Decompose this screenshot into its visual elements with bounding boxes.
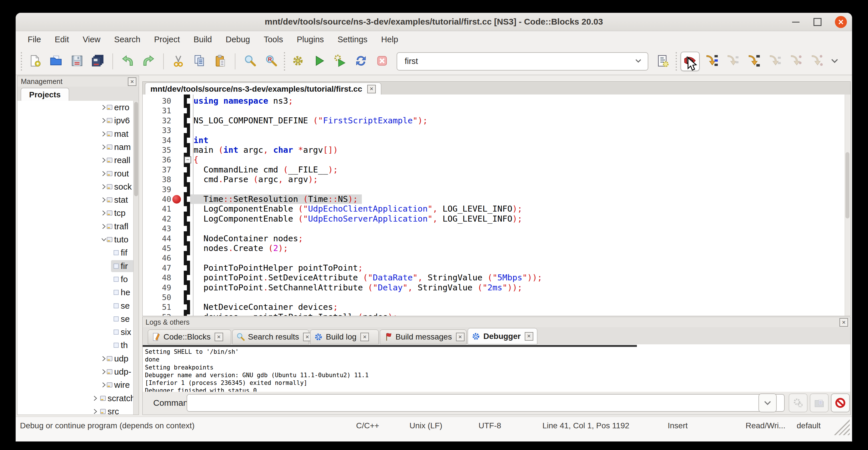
project-tree[interactable]: erroipv6matnamreallroutsockstattcptraflt… <box>18 101 134 415</box>
chevron-right-icon[interactable] <box>92 408 99 415</box>
code-line-44[interactable]: 44 NodeContainer nodes; <box>143 234 845 244</box>
debugger-folder-button[interactable] <box>810 393 829 412</box>
tree-item-udp-[interactable]: udp- <box>18 365 134 378</box>
tree-scrollbar[interactable] <box>133 101 139 415</box>
editor-scrollbar[interactable] <box>845 94 850 316</box>
code-line-30[interactable]: 30using namespace ns3; <box>143 96 845 106</box>
log-tab-close-icon[interactable]: ✕ <box>215 333 223 341</box>
tree-item-sock[interactable]: sock <box>18 180 134 193</box>
debug-continue-button[interactable] <box>681 52 700 71</box>
copy-button[interactable] <box>190 52 209 70</box>
tree-item-se[interactable]: se <box>18 312 134 326</box>
tree-item-six[interactable]: six <box>18 326 134 339</box>
debugger-output[interactable]: Setting SHELL to '/bin/sh'doneSetting br… <box>143 344 850 392</box>
log-tab-build-log[interactable]: Build log✕ <box>310 330 379 344</box>
tree-item-reall[interactable]: reall <box>18 154 134 167</box>
build-and-run-button[interactable] <box>331 52 349 70</box>
toolbar-overflow-button[interactable] <box>828 54 842 68</box>
line-number[interactable]: 39 <box>143 185 171 194</box>
step-into-button[interactable] <box>745 52 763 70</box>
line-number[interactable]: 45 <box>143 244 171 253</box>
tree-item-wire[interactable]: wire <box>18 378 134 391</box>
compiler-options-button[interactable] <box>654 52 672 70</box>
menu-search[interactable]: Search <box>107 33 147 46</box>
code-line-42[interactable]: 42 LogComponentEnable ("UdpEchoServerApp… <box>143 214 845 224</box>
menu-file[interactable]: File <box>21 33 48 46</box>
tree-item-mat[interactable]: mat <box>18 127 134 141</box>
code-line-33[interactable]: 33 <box>143 125 845 136</box>
code-line-32[interactable]: 32NS_LOG_COMPONENT_DEFINE ("FirstScriptE… <box>143 116 845 126</box>
save-all-button[interactable] <box>89 52 107 70</box>
menu-help[interactable]: Help <box>374 33 405 46</box>
code-line-52[interactable]: 52 devices = pointToPoint.Install (nodes… <box>143 312 845 316</box>
code-line-41[interactable]: 41 LogComponentEnable ("UdpEchoClientApp… <box>143 204 845 214</box>
log-tab-code-blocks[interactable]: Code::Blocks✕ <box>148 330 231 344</box>
logs-close-icon[interactable]: ✕ <box>839 318 848 327</box>
abort-button[interactable] <box>373 52 391 70</box>
replace-button[interactable]: R <box>262 52 280 70</box>
line-number[interactable]: 40 <box>143 195 171 204</box>
tree-item-th[interactable]: th <box>18 339 134 352</box>
tree-item-ipv6[interactable]: ipv6 <box>18 114 134 127</box>
code-line-48[interactable]: 48 pointToPoint.SetDeviceAttribute ("Dat… <box>143 273 845 283</box>
line-number[interactable]: 32 <box>143 116 171 125</box>
tree-item-rout[interactable]: rout <box>18 167 134 180</box>
run-to-cursor-button[interactable] <box>703 52 721 70</box>
minimize-button[interactable] <box>790 16 802 28</box>
editor-scrollbar-thumb[interactable] <box>845 152 849 219</box>
command-input[interactable] <box>187 394 785 412</box>
line-number[interactable]: 51 <box>143 303 171 311</box>
logs-header[interactable]: Logs & others ✕ <box>143 317 850 328</box>
title-bar[interactable]: mnt/dev/tools/source/ns-3-dev/examples/t… <box>16 13 852 31</box>
code-line-46[interactable]: 46 <box>143 253 845 263</box>
line-number[interactable]: 37 <box>143 165 171 174</box>
log-tab-close-icon[interactable]: ✕ <box>456 333 465 341</box>
build-button[interactable] <box>289 52 307 70</box>
maximize-button[interactable] <box>811 16 824 28</box>
tree-item-src[interactable]: src <box>18 405 134 415</box>
run-button[interactable] <box>310 52 328 70</box>
tree-item-erro[interactable]: erro <box>18 101 134 114</box>
redo-button[interactable] <box>140 52 158 70</box>
tree-item-fo[interactable]: fo <box>18 273 134 286</box>
code-line-36[interactable]: 36−{ <box>143 155 845 165</box>
tree-item-fif[interactable]: fif <box>18 246 134 259</box>
code-line-39[interactable]: 39 <box>143 184 845 194</box>
log-tab-search-results[interactable]: Search results✕ <box>232 330 309 344</box>
code-line-49[interactable]: 49 pointToPoint.SetChannelAttribute ("De… <box>143 283 845 293</box>
log-tab-close-icon[interactable]: ✕ <box>525 332 533 341</box>
code-line-43[interactable]: 43 <box>143 223 845 234</box>
code-line-51[interactable]: 51 NetDeviceContainer devices; <box>143 302 845 312</box>
line-number[interactable]: 52 <box>143 313 171 316</box>
line-number[interactable]: 34 <box>143 136 171 145</box>
management-close-icon[interactable]: ✕ <box>128 78 136 86</box>
undo-button[interactable] <box>118 52 137 70</box>
code-line-37[interactable]: 37 CommandLine cmd (__FILE__); <box>143 165 845 175</box>
close-button[interactable] <box>835 16 847 28</box>
line-number[interactable]: 38 <box>143 175 171 184</box>
line-number[interactable]: 36 <box>143 155 171 164</box>
debugger-settings-button[interactable] <box>789 393 807 412</box>
line-number[interactable]: 41 <box>143 205 171 213</box>
line-number[interactable]: 46 <box>143 253 171 262</box>
line-number[interactable]: 35 <box>143 146 171 154</box>
toolbar-grip[interactable] <box>283 52 286 70</box>
menu-settings[interactable]: Settings <box>331 33 374 46</box>
paste-button[interactable] <box>211 52 230 70</box>
tree-item-scratch[interactable]: scratch <box>18 392 134 405</box>
stop-debugger-button[interactable] <box>831 393 850 412</box>
log-tab-build-messages[interactable]: Build messages✕ <box>380 330 467 344</box>
new-file-button[interactable] <box>26 52 44 70</box>
menu-plugins[interactable]: Plugins <box>290 33 331 46</box>
open-file-button[interactable] <box>47 52 65 70</box>
line-number[interactable]: 50 <box>143 293 171 302</box>
toolbar-grip[interactable] <box>675 52 678 70</box>
code-line-45[interactable]: 45 nodes.Create (2); <box>143 243 845 253</box>
code-line-34[interactable]: 34int <box>143 136 845 145</box>
tree-item-tuto[interactable]: tuto <box>18 233 134 246</box>
code-line-31[interactable]: 31 <box>143 106 845 116</box>
tree-item-fir[interactable]: fir <box>18 260 134 273</box>
menu-view[interactable]: View <box>76 33 107 46</box>
menu-debug[interactable]: Debug <box>219 33 257 46</box>
menu-edit[interactable]: Edit <box>48 33 76 46</box>
